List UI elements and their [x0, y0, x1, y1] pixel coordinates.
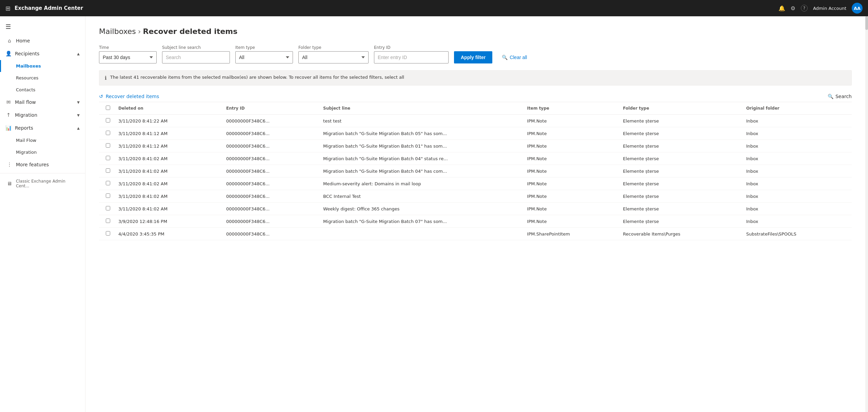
cell-deleted-on: 4/4/2020 3:45:35 PM — [114, 228, 222, 240]
row-checkbox[interactable] — [106, 131, 110, 135]
recover-label: Recover deleted items — [106, 94, 159, 99]
subject-filter-label: Subject line search — [162, 45, 230, 50]
notifications-icon[interactable]: 🔔 — [778, 5, 785, 12]
row-checkbox[interactable] — [106, 156, 110, 160]
cell-item-type: IPM.SharePointItem — [523, 228, 619, 240]
sidebar-item-mailboxes[interactable]: Mailboxes — [0, 60, 85, 72]
info-banner-text: The latest 41 recoverable items from the… — [110, 75, 404, 80]
cell-subject-line: Migration batch "G-Suite Migration Batch… — [319, 215, 523, 228]
folder-type-filter-select[interactable]: All Elemente șterse Recoverable Items\Pu… — [298, 51, 369, 63]
table-row: 3/11/2020 8:41:02 AM 00000000F348C6... M… — [99, 152, 852, 165]
sidebar-section-recipients[interactable]: 👤 Recipients ▲ — [0, 47, 85, 60]
clear-all-button[interactable]: 🔍 Clear all — [498, 51, 531, 63]
mailflow-chevron-icon: ▼ — [77, 100, 80, 104]
item-type-filter-select[interactable]: All IPM.Note IPM.Appointment IPM.Contact… — [235, 51, 293, 63]
time-filter-select[interactable]: Past 30 days Past 7 days Past 24 hours C… — [99, 51, 157, 63]
row-checkbox[interactable] — [106, 118, 110, 123]
column-deleted-on: Deleted on — [114, 102, 222, 115]
sidebar-item-contacts[interactable]: Contacts — [0, 84, 85, 96]
entry-id-filter-label: Entry ID — [374, 45, 449, 50]
row-checkbox-cell — [99, 215, 114, 228]
username-label: Admin Account — [813, 6, 846, 11]
cell-item-type: IPM.Note — [523, 152, 619, 165]
column-original-folder: Original folder — [742, 102, 852, 115]
sidebar-item-classic[interactable]: 🖥 Classic Exchange Admin Cent... — [0, 175, 85, 192]
migration-chevron-icon: ▼ — [77, 113, 80, 117]
row-checkbox[interactable] — [106, 168, 110, 173]
breadcrumb-current: Recover deleted items — [143, 27, 238, 36]
page-header: Mailboxes › Recover deleted items — [99, 27, 852, 36]
classic-icon: 🖥 — [6, 181, 13, 187]
sidebar-item-reports-mailflow[interactable]: Mail Flow — [0, 134, 85, 146]
recover-items-button[interactable]: ↺ Recover deleted items — [99, 94, 159, 99]
sidebar-item-more-features[interactable]: ⋮ More features — [0, 158, 85, 171]
column-entry-id: Entry ID — [222, 102, 319, 115]
row-checkbox[interactable] — [106, 193, 110, 198]
reports-migration-label: Migration — [16, 150, 37, 155]
sidebar-item-home[interactable]: ⌂ Home — [0, 34, 85, 47]
column-folder-type: Folder type — [619, 102, 742, 115]
cell-subject-line: test test — [319, 115, 523, 127]
cell-subject-line: Migration batch "G-Suite Migration Batch… — [319, 140, 523, 152]
sidebar-section-migration[interactable]: ↑ Migration ▼ — [0, 109, 85, 121]
sidebar-hamburger[interactable]: ☰ — [0, 19, 85, 34]
reports-icon: 📊 — [5, 125, 12, 131]
table-row: 3/11/2020 8:41:02 AM 00000000F348C6... M… — [99, 165, 852, 177]
cell-folder-type: Elemente șterse — [619, 190, 742, 203]
content-area: Mailboxes › Recover deleted items Time P… — [85, 16, 865, 412]
topbar: ⊞ Exchange Admin Center 🔔 ⚙ ? Admin Acco… — [0, 0, 868, 16]
entry-id-filter-input[interactable] — [374, 51, 449, 63]
sidebar-section-reports[interactable]: 📊 Reports ▲ — [0, 121, 85, 134]
cell-folder-type: Elemente șterse — [619, 127, 742, 140]
cell-original-folder: Inbox — [742, 127, 852, 140]
row-checkbox-cell — [99, 177, 114, 190]
filter-row: Time Past 30 days Past 7 days Past 24 ho… — [99, 45, 852, 63]
row-checkbox-cell — [99, 165, 114, 177]
recipients-chevron-icon: ▲ — [77, 52, 80, 56]
app-grid-icon[interactable]: ⊞ — [5, 5, 11, 12]
scrollbar-thumb[interactable] — [865, 16, 868, 30]
cell-deleted-on: 3/11/2020 8:41:12 AM — [114, 127, 222, 140]
sidebar-section-mailflow[interactable]: ✉ Mail flow ▼ — [0, 96, 85, 109]
item-type-filter-group: Item type All IPM.Note IPM.Appointment I… — [235, 45, 293, 63]
cell-folder-type: Elemente șterse — [619, 165, 742, 177]
sidebar-item-reports-migration[interactable]: Migration — [0, 146, 85, 158]
table-search-label: Search — [835, 94, 852, 99]
cell-entry-id: 00000000F348C6... — [222, 190, 319, 203]
apply-filter-button[interactable]: Apply filter — [454, 51, 492, 63]
help-icon[interactable]: ? — [801, 5, 808, 12]
cell-entry-id: 00000000F348C6... — [222, 140, 319, 152]
cell-original-folder: Inbox — [742, 152, 852, 165]
row-checkbox[interactable] — [106, 219, 110, 223]
cell-entry-id: 00000000F348C6... — [222, 165, 319, 177]
settings-icon[interactable]: ⚙ — [791, 5, 795, 12]
mailflow-label: Mail flow — [15, 99, 36, 105]
cell-item-type: IPM.Note — [523, 140, 619, 152]
table-search[interactable]: 🔍 Search — [828, 94, 852, 99]
cell-deleted-on: 3/11/2020 8:41:02 AM — [114, 165, 222, 177]
table-toolbar: ↺ Recover deleted items 🔍 Search — [99, 91, 852, 102]
info-banner: ℹ The latest 41 recoverable items from t… — [99, 70, 852, 86]
row-checkbox-cell — [99, 203, 114, 215]
cell-deleted-on: 3/11/2020 8:41:02 AM — [114, 152, 222, 165]
data-table: Deleted on Entry ID Subject line Item ty… — [99, 102, 852, 240]
table-search-icon: 🔍 — [828, 94, 833, 99]
scrollbar[interactable] — [865, 16, 868, 412]
mailflow-icon: ✉ — [5, 99, 12, 105]
cell-original-folder: SubstrateFiles\SPOOLS — [742, 228, 852, 240]
subject-filter-input[interactable] — [162, 51, 230, 63]
reports-label: Reports — [15, 125, 33, 131]
select-all-checkbox[interactable] — [106, 106, 110, 110]
breadcrumb: Mailboxes › Recover deleted items — [99, 27, 852, 36]
row-checkbox[interactable] — [106, 231, 110, 236]
row-checkbox[interactable] — [106, 143, 110, 148]
table-row: 4/4/2020 3:45:35 PM 00000000F348C6... IP… — [99, 228, 852, 240]
avatar[interactable]: AA — [852, 3, 863, 14]
cell-item-type: IPM.Note — [523, 165, 619, 177]
row-checkbox[interactable] — [106, 206, 110, 210]
sidebar-item-resources[interactable]: Resources — [0, 72, 85, 84]
row-checkbox[interactable] — [106, 181, 110, 185]
table-row: 3/9/2020 12:48:16 PM 00000000F348C6... M… — [99, 215, 852, 228]
cell-original-folder: Inbox — [742, 215, 852, 228]
app-title: Exchange Admin Center — [15, 5, 83, 11]
